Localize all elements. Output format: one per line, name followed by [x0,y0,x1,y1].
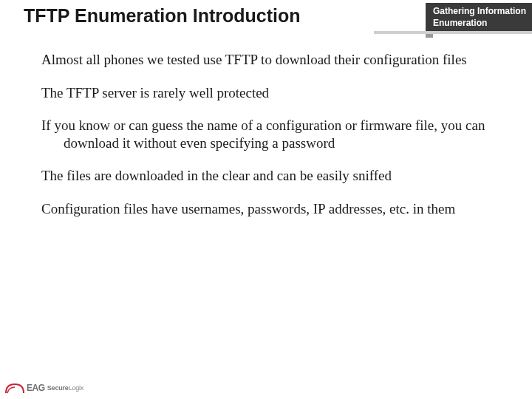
logo-brand-short: EAG [27,383,45,393]
bullet-item: Almost all phones we tested use TFTP to … [41,51,497,69]
slide-body: Almost all phones we tested use TFTP to … [0,32,532,218]
footer-logo: EAG SecureLogix [4,381,83,395]
header-tag: Gathering Information Enumeration [426,3,532,32]
logo-brand-long: SecureLogix [47,384,83,392]
header-underline [374,31,532,34]
slide-header: TFTP Enumeration Introduction Gathering … [0,0,532,32]
bullet-item: If you know or can guess the name of a c… [41,117,497,153]
bullet-item: The TFTP server is rarely well protected [41,84,497,102]
header-tag-line-2: Enumeration [433,18,526,30]
bullet-item: The files are downloaded in the clear an… [41,167,497,185]
bullet-item: Configuration files have usernames, pass… [41,200,497,218]
header-tag-line-1: Gathering Information [433,6,526,18]
logo-icon [4,381,25,395]
slide-title: TFTP Enumeration Introduction [0,3,426,27]
